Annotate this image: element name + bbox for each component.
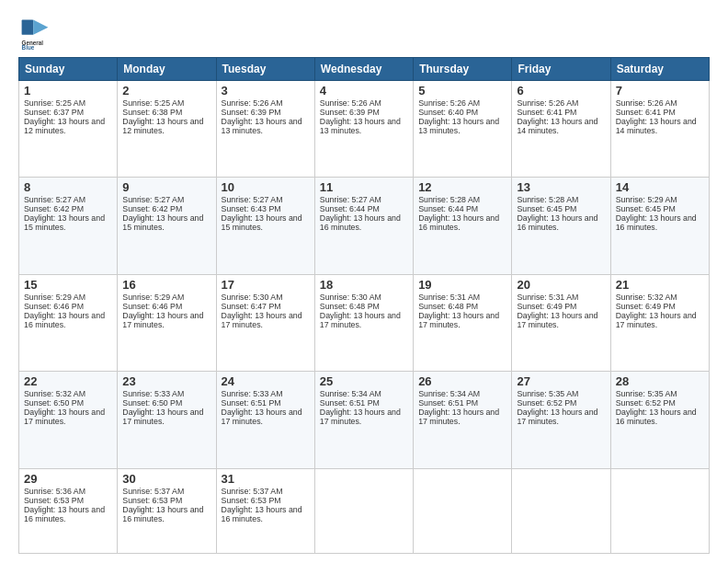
day-number: 4 [320,84,408,98]
daylight-label: Daylight: 13 hours and 16 minutes. [24,311,105,329]
calendar-cell: 29 Sunrise: 5:36 AM Sunset: 6:53 PM Dayl… [19,468,118,553]
calendar-week-3: 15 Sunrise: 5:29 AM Sunset: 6:46 PM Dayl… [19,274,710,371]
calendar-cell: 30 Sunrise: 5:37 AM Sunset: 6:53 PM Dayl… [118,468,216,553]
day-number: 15 [24,278,112,292]
logo: General Blue [18,17,51,50]
day-number: 16 [122,278,210,292]
daylight-label: Daylight: 13 hours and 16 minutes. [418,213,499,232]
sunrise-label: Sunrise: 5:30 AM [320,293,381,302]
day-number: 25 [320,374,408,388]
sunrise-label: Sunrise: 5:27 AM [320,195,381,204]
calendar-week-2: 8 Sunrise: 5:27 AM Sunset: 6:42 PM Dayli… [19,178,710,274]
daylight-label: Daylight: 13 hours and 17 minutes. [418,311,499,329]
daylight-label: Daylight: 13 hours and 16 minutes. [320,213,401,232]
sunset-label: Sunset: 6:43 PM [222,204,281,213]
logo-icon: General Blue [18,17,51,50]
sunset-label: Sunset: 6:51 PM [418,398,478,408]
calendar-cell: 14 Sunrise: 5:29 AM Sunset: 6:45 PM Dayl… [610,178,709,274]
calendar-cell: 10 Sunrise: 5:27 AM Sunset: 6:43 PM Dayl… [216,178,314,274]
daylight-label: Daylight: 13 hours and 17 minutes. [122,311,203,329]
sunset-label: Sunset: 6:41 PM [517,108,576,117]
calendar-cell: 11 Sunrise: 5:27 AM Sunset: 6:44 PM Dayl… [314,178,413,274]
calendar-cell: 13 Sunrise: 5:28 AM Sunset: 6:45 PM Dayl… [512,178,610,274]
day-number: 21 [616,278,704,292]
calendar-cell: 20 Sunrise: 5:31 AM Sunset: 6:49 PM Dayl… [512,274,610,371]
sunrise-label: Sunrise: 5:30 AM [222,293,283,302]
day-number: 19 [418,278,506,292]
daylight-label: Daylight: 13 hours and 14 minutes. [517,117,597,135]
page: General Blue SundayMondayTuesdayWednesda… [0,0,728,563]
calendar-header-saturday: Saturday [610,58,709,81]
sunset-label: Sunset: 6:49 PM [616,302,676,311]
day-number: 28 [616,374,704,388]
daylight-label: Daylight: 13 hours and 17 minutes. [517,311,597,329]
svg-rect-0 [22,20,34,35]
sunrise-label: Sunrise: 5:26 AM [616,98,677,108]
sunrise-label: Sunrise: 5:32 AM [616,293,677,302]
sunrise-label: Sunrise: 5:33 AM [122,389,184,398]
sunrise-label: Sunrise: 5:28 AM [517,195,578,204]
sunrise-label: Sunrise: 5:26 AM [222,98,283,108]
daylight-label: Daylight: 13 hours and 13 minutes. [418,117,499,135]
calendar-header-thursday: Thursday [414,58,512,81]
calendar-cell: 17 Sunrise: 5:30 AM Sunset: 6:47 PM Dayl… [216,274,314,371]
calendar-cell: 3 Sunrise: 5:26 AM Sunset: 6:39 PM Dayli… [216,81,314,178]
sunset-label: Sunset: 6:47 PM [222,302,281,311]
calendar-cell [610,468,709,553]
sunset-label: Sunset: 6:40 PM [418,108,478,117]
day-number: 10 [222,180,310,194]
daylight-label: Daylight: 13 hours and 13 minutes. [222,117,302,135]
day-number: 17 [222,278,310,292]
day-number: 29 [24,472,112,486]
day-number: 30 [122,472,210,486]
calendar-cell: 24 Sunrise: 5:33 AM Sunset: 6:51 PM Dayl… [216,372,314,468]
sunset-label: Sunset: 6:48 PM [320,302,380,311]
sunrise-label: Sunrise: 5:34 AM [418,389,480,398]
daylight-label: Daylight: 13 hours and 16 minutes. [517,213,597,232]
sunset-label: Sunset: 6:39 PM [320,108,380,117]
calendar-header-friday: Friday [512,58,610,81]
sunset-label: Sunset: 6:44 PM [320,204,380,213]
sunrise-label: Sunrise: 5:31 AM [517,293,578,302]
calendar-header-wednesday: Wednesday [314,58,413,81]
sunset-label: Sunset: 6:49 PM [517,302,576,311]
sunset-label: Sunset: 6:53 PM [24,496,84,505]
sunset-label: Sunset: 6:51 PM [320,398,380,408]
sunset-label: Sunset: 6:53 PM [122,496,182,505]
svg-marker-1 [33,20,48,35]
day-number: 24 [222,374,310,388]
sunset-label: Sunset: 6:50 PM [122,398,182,408]
calendar-cell [414,468,512,553]
daylight-label: Daylight: 13 hours and 15 minutes. [24,213,105,232]
calendar-cell: 7 Sunrise: 5:26 AM Sunset: 6:41 PM Dayli… [610,81,709,178]
calendar-cell: 6 Sunrise: 5:26 AM Sunset: 6:41 PM Dayli… [512,81,610,178]
header: General Blue [18,17,710,50]
sunset-label: Sunset: 6:39 PM [222,108,281,117]
sunrise-label: Sunrise: 5:29 AM [616,195,677,204]
sunrise-label: Sunrise: 5:37 AM [222,487,283,496]
calendar-week-1: 1 Sunrise: 5:25 AM Sunset: 6:37 PM Dayli… [19,81,710,178]
calendar-cell: 4 Sunrise: 5:26 AM Sunset: 6:39 PM Dayli… [314,81,413,178]
sunset-label: Sunset: 6:38 PM [122,108,182,117]
day-number: 3 [222,84,310,98]
calendar-cell: 9 Sunrise: 5:27 AM Sunset: 6:42 PM Dayli… [118,178,216,274]
day-number: 14 [616,180,704,194]
sunrise-label: Sunrise: 5:25 AM [122,98,184,108]
calendar-cell: 5 Sunrise: 5:26 AM Sunset: 6:40 PM Dayli… [414,81,512,178]
daylight-label: Daylight: 13 hours and 12 minutes. [24,117,105,135]
sunrise-label: Sunrise: 5:35 AM [616,389,677,398]
daylight-label: Daylight: 13 hours and 17 minutes. [616,311,697,329]
calendar-cell: 31 Sunrise: 5:37 AM Sunset: 6:53 PM Dayl… [216,468,314,553]
calendar-cell [512,468,610,553]
daylight-label: Daylight: 13 hours and 14 minutes. [616,117,697,135]
sunset-label: Sunset: 6:51 PM [222,398,281,408]
day-number: 31 [222,472,310,486]
day-number: 2 [122,84,210,98]
calendar-cell: 15 Sunrise: 5:29 AM Sunset: 6:46 PM Dayl… [19,274,118,371]
day-number: 6 [517,84,605,98]
sunset-label: Sunset: 6:48 PM [418,302,478,311]
calendar-cell: 26 Sunrise: 5:34 AM Sunset: 6:51 PM Dayl… [414,372,512,468]
daylight-label: Daylight: 13 hours and 17 minutes. [222,311,302,329]
day-number: 23 [122,374,210,388]
calendar-cell: 28 Sunrise: 5:35 AM Sunset: 6:52 PM Dayl… [610,372,709,468]
